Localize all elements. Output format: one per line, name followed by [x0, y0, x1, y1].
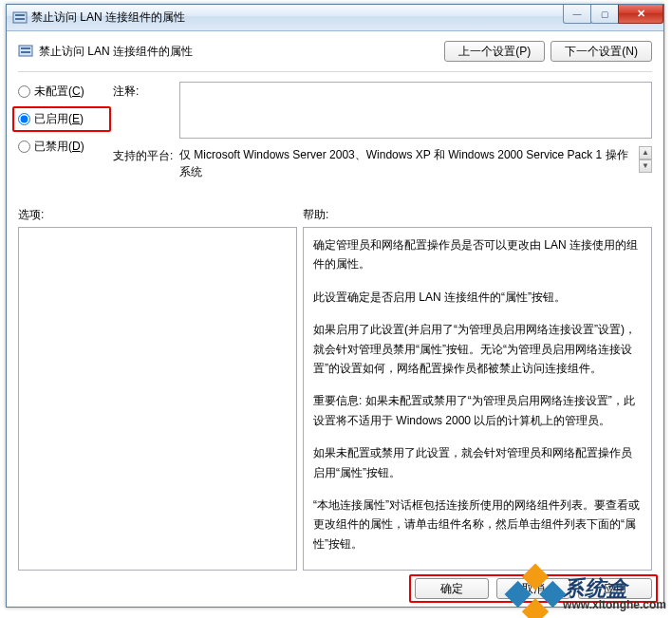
comment-row: 注释:: [113, 82, 652, 139]
platform-row: 支持的平台: 仅 Microsoft Windows Server 2003、W…: [113, 146, 652, 180]
comment-label: 注释:: [113, 82, 179, 100]
nav-buttons: 上一个设置(P) 下一个设置(N): [444, 41, 652, 62]
state-radios: 未配置(C) 已启用(E) 已禁用(D): [18, 82, 105, 188]
comment-input[interactable]: [179, 82, 652, 139]
help-paragraph: 重要信息: 如果未配置或禁用了“为管理员启用网络连接设置”，此设置将不适用于 W…: [313, 391, 642, 430]
help-pane[interactable]: 确定管理员和网络配置操作员是否可以更改由 LAN 连接使用的组件的属性。 此设置…: [303, 227, 652, 571]
prev-setting-button[interactable]: 上一个设置(P): [444, 41, 545, 62]
dialog-window: 禁止访问 LAN 连接组件的属性 — ▢ ✕ 禁止访问 LAN 连接组件的属性 …: [6, 4, 664, 608]
window-buttons: — ▢ ✕: [564, 5, 663, 24]
radio-enabled-input[interactable]: [18, 113, 30, 125]
close-button[interactable]: ✕: [618, 5, 663, 24]
window-caption: 禁止访问 LAN 连接组件的属性: [12, 9, 185, 26]
ok-button[interactable]: 确定: [415, 578, 489, 599]
radio-disabled[interactable]: 已禁用(D): [18, 139, 105, 155]
svg-rect-2: [15, 18, 25, 20]
radio-disabled-input[interactable]: [18, 140, 30, 153]
policy-icon: [12, 10, 28, 26]
svg-rect-4: [21, 47, 30, 49]
platform-scroll: ▲ ▼: [639, 146, 652, 173]
policy-title: 禁止访问 LAN 连接组件的属性: [18, 44, 193, 60]
ok-highlight: 确定 取消 应用: [409, 574, 658, 603]
svg-rect-0: [13, 12, 27, 23]
right-column: 注释: 支持的平台: 仅 Microsoft Windows Server 20…: [113, 82, 652, 188]
options-pane[interactable]: [18, 227, 297, 571]
help-label: 帮助:: [303, 207, 328, 223]
config-block: 未配置(C) 已启用(E) 已禁用(D) 注释:: [18, 82, 652, 188]
radio-enabled[interactable]: 已启用(E): [18, 111, 84, 127]
minimize-button[interactable]: —: [563, 5, 591, 24]
options-label: 选项:: [18, 207, 303, 223]
svg-rect-3: [19, 46, 32, 56]
help-paragraph: 如果未配置或禁用了此设置，就会针对管理员和网络配置操作员启用“属性”按钮。: [313, 443, 642, 482]
radio-not-configured[interactable]: 未配置(C): [18, 84, 105, 100]
footer: 确定 取消 应用: [18, 571, 652, 599]
window-title: 禁止访问 LAN 连接组件的属性: [31, 9, 185, 26]
maximize-button[interactable]: ▢: [590, 5, 619, 24]
help-paragraph: 确定管理员和网络配置操作员是否可以更改由 LAN 连接使用的组件的属性。: [313, 235, 642, 274]
scroll-up-icon[interactable]: ▲: [639, 146, 652, 159]
radio-enabled-highlight: 已启用(E): [12, 106, 111, 132]
svg-rect-1: [15, 14, 25, 16]
cancel-button[interactable]: 取消: [496, 578, 570, 599]
platform-text: 仅 Microsoft Windows Server 2003、Windows …: [179, 146, 652, 180]
client-area: 禁止访问 LAN 连接组件的属性 上一个设置(P) 下一个设置(N) 未配置(C…: [7, 31, 663, 607]
help-paragraph: 如果启用了此设置(并启用了“为管理员启用网络连接设置”设置)，就会针对管理员禁用…: [313, 320, 642, 378]
scroll-down-icon[interactable]: ▼: [639, 159, 652, 173]
platform-label: 支持的平台:: [113, 146, 179, 164]
radio-not-configured-input[interactable]: [18, 85, 30, 98]
next-setting-button[interactable]: 下一个设置(N): [551, 41, 652, 62]
policy-title-text: 禁止访问 LAN 连接组件的属性: [39, 44, 193, 60]
help-paragraph: 此设置确定是否启用 LAN 连接组件的“属性”按钮。: [313, 288, 642, 307]
divider: [18, 71, 652, 72]
apply-button[interactable]: 应用: [578, 578, 652, 599]
policy-icon: [18, 44, 33, 59]
pane-labels: 选项: 帮助:: [18, 207, 652, 223]
svg-rect-5: [21, 51, 30, 53]
header-row: 禁止访问 LAN 连接组件的属性 上一个设置(P) 下一个设置(N): [18, 41, 652, 62]
panes: 确定管理员和网络配置操作员是否可以更改由 LAN 连接使用的组件的属性。 此设置…: [18, 227, 652, 571]
help-paragraph: “本地连接属性”对话框包括连接所使用的网络组件列表。要查看或更改组件的属性，请单…: [313, 496, 642, 553]
titlebar: 禁止访问 LAN 连接组件的属性 — ▢ ✕: [7, 5, 663, 31]
